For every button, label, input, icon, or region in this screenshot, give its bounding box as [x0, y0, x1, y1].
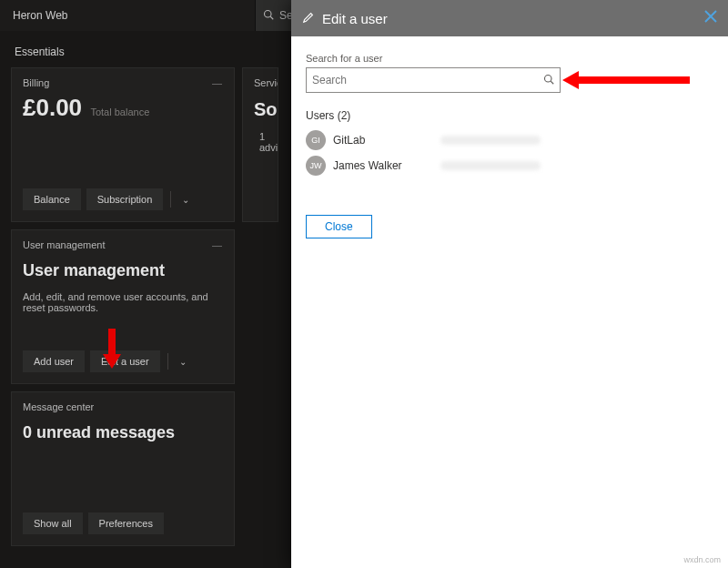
edit-user-button[interactable]: Edit a user	[90, 350, 160, 372]
user-name: James Walker	[333, 159, 433, 172]
service-health-title: Service health	[254, 77, 278, 88]
message-center-title: Message center	[23, 401, 94, 412]
show-all-button[interactable]: Show all	[23, 512, 83, 534]
add-user-button[interactable]: Add user	[23, 350, 85, 372]
user-row[interactable]: GI GitLab	[306, 127, 713, 153]
search-user-field[interactable]	[306, 67, 561, 93]
divider	[167, 353, 168, 370]
chevron-down-icon[interactable]: ⌄	[176, 357, 190, 367]
message-center-card: Message center 0 unread messages Show al…	[11, 391, 235, 546]
close-icon[interactable]	[704, 10, 717, 26]
service-health-status: 1 advisory	[259, 131, 278, 153]
svg-line-1	[270, 16, 273, 19]
user-mgmt-title: User management	[23, 239, 106, 250]
close-button[interactable]: Close	[306, 215, 372, 238]
panel-title: Edit a user	[322, 11, 697, 26]
search-icon	[263, 9, 274, 23]
collapse-icon[interactable]: —	[212, 77, 223, 88]
divider	[170, 191, 171, 208]
search-label: Search	[279, 9, 291, 22]
user-row[interactable]: JW James Walker	[306, 153, 713, 178]
billing-amount: £0.00	[23, 94, 82, 121]
user-email-redacted	[440, 161, 541, 170]
user-mgmt-desc: Add, edit, and remove user accounts, and…	[23, 291, 223, 313]
user-mgmt-heading: User management	[23, 261, 223, 280]
preferences-button[interactable]: Preferences	[88, 512, 164, 534]
billing-title: Billing	[23, 77, 49, 88]
edit-user-panel: Edit a user Search for a user Users (2) …	[291, 0, 728, 568]
avatar: JW	[306, 156, 326, 176]
watermark: wxdn.com	[683, 555, 721, 564]
user-name: GitLab	[333, 134, 433, 147]
search-user-input[interactable]	[312, 74, 543, 86]
user-email-redacted	[440, 136, 541, 145]
balance-button[interactable]: Balance	[23, 188, 81, 210]
svg-line-6	[551, 81, 553, 84]
pencil-icon	[302, 11, 315, 26]
user-management-card: User management — User management Add, e…	[11, 229, 235, 384]
service-health-heading: Some	[254, 99, 267, 120]
svg-point-5	[545, 75, 552, 82]
global-search[interactable]: Search	[255, 0, 291, 31]
collapse-icon[interactable]: —	[212, 239, 223, 250]
search-icon[interactable]	[543, 74, 554, 87]
avatar: GI	[306, 130, 326, 150]
users-count-label: Users (2)	[306, 109, 713, 122]
search-user-label: Search for a user	[306, 53, 713, 64]
billing-amount-sub: Total balance	[90, 106, 149, 117]
message-center-heading: 0 unread messages	[23, 423, 223, 442]
app-name: Heron Web	[0, 9, 255, 22]
svg-point-0	[265, 10, 272, 17]
service-health-card: Service health Some 1 advisory	[242, 67, 278, 222]
subscription-button[interactable]: Subscription	[86, 188, 164, 210]
billing-card: Billing — £0.00 Total balance Balance Su…	[11, 67, 235, 222]
chevron-down-icon[interactable]: ⌄	[178, 195, 193, 205]
